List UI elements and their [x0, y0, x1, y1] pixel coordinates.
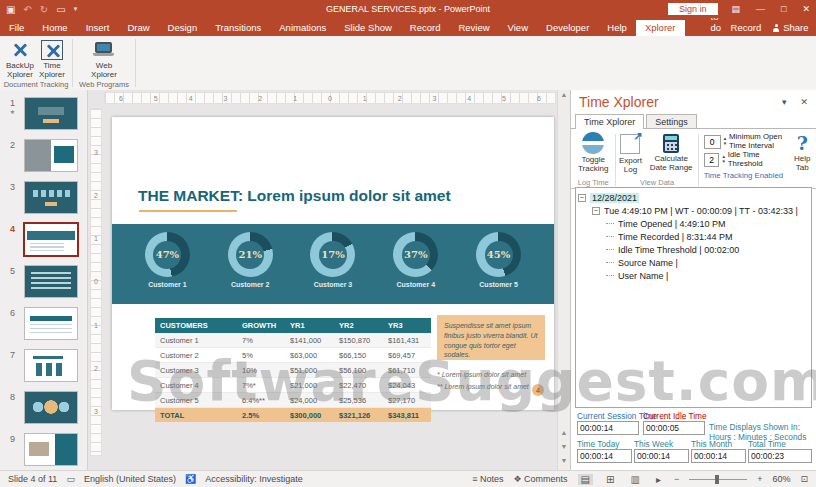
editor-vertical-scrollbar[interactable]: ▲ ▲ ▼ ▼ — [557, 90, 570, 470]
time-stats-section: Current Session Time Current Idle Time T… — [577, 411, 812, 467]
customize-quick-access-icon[interactable]: ▾ — [74, 5, 78, 13]
tree-item-label: Idle Time Threshold | 00:02:00 — [618, 245, 739, 255]
min-open-time-input[interactable]: 0 — [704, 135, 721, 149]
collapse-icon[interactable]: − — [592, 207, 600, 215]
zoom-out-icon[interactable]: − — [674, 474, 679, 484]
export-log-button[interactable]: Export Log — [618, 132, 642, 174]
tab-developer[interactable]: Developer — [537, 20, 598, 36]
notes-button[interactable]: ≡ Notes — [472, 474, 503, 484]
fit-to-window-icon[interactable]: ⊡ — [800, 474, 808, 484]
ribbon-display-options-icon[interactable]: ▤ — [732, 4, 741, 14]
tab-insert[interactable]: Insert — [77, 20, 119, 36]
tree-date-node[interactable]: − 12/28/2021 — [578, 191, 809, 204]
donut-customer-2: 21% Customer 2 — [214, 232, 286, 288]
slide-title-rest: Lorem ipsum dolor sit amet — [243, 187, 451, 204]
language-status[interactable]: English (United States) — [84, 474, 176, 484]
min-open-spinner-icons[interactable]: ▲▼ — [723, 137, 727, 147]
slide-thumbnail[interactable] — [25, 182, 77, 213]
next-slide-icon[interactable]: ▼ — [561, 442, 568, 452]
minimize-icon[interactable]: — — [756, 4, 765, 14]
slideshow-view-icon[interactable]: ▸ — [653, 474, 664, 485]
reading-view-icon[interactable]: ▥ — [627, 474, 642, 485]
previous-slide-icon[interactable]: ▲ — [561, 428, 568, 438]
thumbnail-number: 1 — [10, 98, 15, 108]
tab-xplorer[interactable]: Xplorer — [636, 20, 685, 36]
pane-tab-time-xplorer[interactable]: Time Xplorer — [575, 114, 644, 129]
sign-in-button[interactable]: Sign in — [668, 3, 718, 15]
accessibility-status[interactable]: Accessibility: Investigate — [205, 474, 303, 484]
tab-transitions[interactable]: Transitions — [206, 20, 270, 36]
this-month-field[interactable] — [691, 449, 746, 463]
normal-view-icon[interactable]: ▤ — [578, 474, 593, 485]
display-settings-icon[interactable]: ▭ — [66, 474, 75, 484]
time-display-note-line1: Time Displays Shown In: — [709, 422, 800, 432]
slide-thumbnail[interactable] — [25, 98, 77, 129]
backup-xplorer-button[interactable]: BackUp Xplorer — [5, 38, 35, 79]
save-icon[interactable]: ▣ — [6, 4, 15, 15]
share-button[interactable]: Share — [773, 22, 808, 33]
zoom-slider[interactable] — [689, 479, 747, 480]
web-xplorer-button[interactable]: Web Xplorer — [89, 38, 119, 79]
scroll-down-icon[interactable]: ▼ — [561, 456, 568, 466]
current-session-time-field[interactable] — [577, 421, 639, 435]
slide-canvas[interactable]: THE MARKET: Lorem ipsum dolor sit amet 4… — [112, 117, 554, 410]
tab-draw[interactable]: Draw — [118, 20, 158, 36]
slide-sorter-view-icon[interactable]: ⊞ — [603, 474, 617, 485]
current-idle-time-field[interactable] — [643, 421, 705, 435]
tree-session-node[interactable]: − Tue 4:49:10 PM | WT - 00:00:09 | TT - … — [592, 204, 809, 217]
help-tab-button[interactable]: ? Help Tab — [790, 132, 814, 172]
total-time-field[interactable] — [748, 449, 812, 463]
slide-thumbnail[interactable] — [25, 266, 77, 297]
time-xplorer-button[interactable]: Time Xplorer — [37, 38, 67, 79]
pane-close-icon[interactable]: ✕ — [800, 97, 808, 107]
tab-file[interactable]: File — [0, 20, 33, 36]
tab-animations[interactable]: Animations — [270, 20, 335, 36]
pane-tab-settings[interactable]: Settings — [646, 114, 697, 128]
scroll-up-icon[interactable]: ▲ — [561, 90, 568, 100]
tab-design[interactable]: Design — [159, 20, 207, 36]
start-slideshow-icon[interactable]: ▭ — [56, 4, 65, 15]
tab-slide-show[interactable]: Slide Show — [335, 20, 401, 36]
record-button[interactable]: Record — [731, 22, 762, 33]
slide-thumbnail[interactable] — [25, 350, 77, 381]
collapse-icon[interactable]: − — [578, 194, 586, 202]
calculate-date-range-button[interactable]: Calculate Date Range — [647, 132, 696, 174]
thumbnail-row-5: 5 — [0, 266, 87, 297]
tab-review[interactable]: Review — [449, 20, 498, 36]
tab-record[interactable]: Record — [401, 20, 450, 36]
idle-threshold-spinner-icons[interactable]: ▲▼ — [721, 155, 725, 165]
tree-item[interactable]: User Name | — [606, 269, 809, 282]
slide-title-prefix: THE MARKET: — [138, 187, 243, 204]
redo-icon[interactable]: ↻ — [40, 4, 48, 15]
quick-access-toolbar: ▣ ↶ ↻ ▭ ▾ — [6, 4, 77, 15]
zoom-slider-thumb[interactable] — [715, 475, 719, 484]
tab-view[interactable]: View — [499, 20, 537, 36]
tree-item[interactable]: Source Name | — [606, 256, 809, 269]
export-log-icon — [620, 134, 640, 154]
idle-threshold-input[interactable]: 2 — [704, 153, 720, 167]
slide-thumbnail[interactable] — [25, 434, 77, 465]
zoom-level[interactable]: 60% — [772, 474, 790, 484]
zoom-in-icon[interactable]: + — [757, 474, 762, 484]
tree-item[interactable]: Time Recorded | 8:31:44 PM — [606, 230, 809, 243]
close-icon[interactable]: ✕ — [802, 4, 810, 14]
tab-help[interactable]: Help — [598, 20, 636, 36]
undo-icon[interactable]: ↶ — [23, 4, 31, 15]
slide-thumbnail[interactable] — [25, 392, 77, 423]
tree-session-label: Tue 4:49:10 PM | WT - 00:00:09 | TT - 03… — [604, 206, 798, 216]
pane-options-icon[interactable]: ▾ — [782, 97, 787, 107]
this-week-field[interactable] — [634, 449, 689, 463]
animation-star-icon: ★ — [0, 109, 25, 116]
note-text-box: Suspendisse sit amet ipsum finibus justo… — [437, 315, 545, 360]
slide-thumbnail[interactable] — [25, 224, 77, 255]
tree-item[interactable]: Idle Time Threshold | 00:02:00 — [606, 243, 809, 256]
toggle-tracking-button[interactable]: Toggle Tracking — [573, 132, 613, 173]
maximize-icon[interactable]: □ — [781, 4, 786, 14]
slide-thumbnail[interactable] — [25, 140, 77, 171]
time-today-field[interactable] — [577, 449, 632, 463]
slide-thumbnail[interactable] — [25, 308, 77, 339]
comments-button[interactable]: ❖ Comments — [513, 474, 567, 484]
tab-home[interactable]: Home — [33, 20, 76, 36]
tree-item[interactable]: Time Opened | 4:49:10 PM — [606, 217, 809, 230]
time-log-tree[interactable]: − 12/28/2021 − Tue 4:49:10 PM | WT - 00:… — [575, 187, 812, 408]
